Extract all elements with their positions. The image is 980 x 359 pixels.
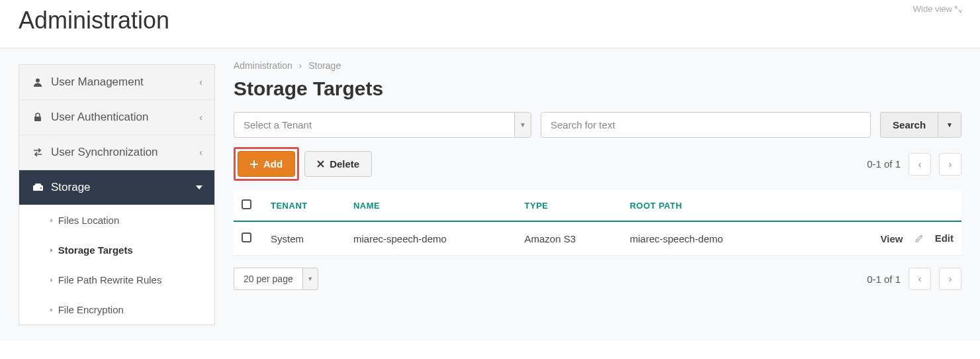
- next-page-button[interactable]: ›: [939, 153, 961, 176]
- add-button-label: Add: [263, 158, 283, 170]
- sidebar-item-user-synchronization[interactable]: User Synchronization ‹: [19, 135, 214, 170]
- next-page-button[interactable]: ›: [939, 268, 961, 290]
- sidebar-item-label: Storage: [51, 181, 91, 194]
- exchange-icon: [31, 148, 44, 156]
- edit-link[interactable]: Edit: [915, 232, 954, 244]
- sidebar-subitem-label: Storage Targets: [58, 244, 133, 256]
- sidebar-subitem-storage-targets[interactable]: ›› Storage Targets: [19, 235, 214, 265]
- table-row[interactable]: System miarec-speech-demo Amazon S3 miar…: [234, 221, 961, 256]
- prev-page-button[interactable]: ‹: [909, 153, 931, 176]
- lock-icon: [31, 113, 44, 122]
- page-title: Administration: [19, 0, 169, 48]
- column-root-path[interactable]: ROOT PATH: [622, 190, 793, 221]
- sidebar-item-label: User Management: [51, 76, 144, 89]
- cell-type: Amazon S3: [517, 221, 622, 256]
- caret-down-icon: ▼: [514, 112, 531, 138]
- search-dropdown-button[interactable]: ▼: [938, 112, 961, 138]
- double-angle-icon: ››: [50, 246, 52, 254]
- chevron-right-icon: ›: [299, 60, 302, 71]
- add-button[interactable]: Add: [238, 151, 295, 177]
- sidebar-item-user-management[interactable]: User Management ‹: [19, 65, 214, 100]
- content-title: Storage Targets: [234, 77, 961, 100]
- search-button[interactable]: Search: [880, 112, 938, 138]
- double-angle-icon: ››: [50, 217, 52, 224]
- close-icon: [317, 160, 324, 168]
- chevron-down-icon: [196, 185, 202, 189]
- sidebar-item-user-authentication[interactable]: User Authentication ‹: [19, 100, 214, 135]
- breadcrumb-leaf[interactable]: Storage: [308, 60, 341, 71]
- chevron-left-icon: ‹: [199, 112, 202, 123]
- sidebar-subitem-file-path-rewrite-rules[interactable]: ›› File Path Rewrite Rules: [19, 265, 214, 295]
- plus-icon: [250, 160, 258, 168]
- chevron-left-icon: ‹: [199, 147, 202, 158]
- breadcrumb-root[interactable]: Administration: [234, 60, 292, 71]
- wide-view-toggle[interactable]: Wide view: [913, 0, 961, 14]
- cell-tenant: System: [263, 221, 345, 256]
- sidebar-item-label: User Synchronization: [51, 146, 158, 159]
- breadcrumb: Administration › Storage: [234, 60, 961, 71]
- svg-rect-1: [34, 117, 41, 121]
- delete-button[interactable]: Delete: [304, 151, 372, 177]
- sidebar-item-label: User Authentication: [51, 111, 148, 124]
- pagination-range: 0-1 of 1: [867, 158, 901, 170]
- sidebar-subitem-files-location[interactable]: ›› Files Location: [19, 205, 214, 235]
- user-icon: [31, 77, 44, 87]
- main-content: Administration › Storage Storage Targets…: [215, 48, 980, 341]
- svg-point-3: [40, 187, 42, 189]
- cell-name: miarec-speech-demo: [345, 221, 517, 256]
- chevron-left-icon: ‹: [199, 77, 202, 87]
- row-checkbox[interactable]: [242, 232, 251, 242]
- sidebar-item-storage[interactable]: Storage: [19, 170, 214, 205]
- wide-view-label: Wide view: [913, 4, 952, 14]
- cell-root-path: miarec-speech-demo: [622, 221, 793, 256]
- expand-icon: [955, 6, 961, 13]
- per-page-value: 20 per page: [234, 268, 302, 290]
- search-input[interactable]: [541, 112, 871, 138]
- view-link[interactable]: View: [871, 233, 903, 244]
- pagination-range: 0-1 of 1: [867, 274, 901, 285]
- sidebar-subitem-label: File Path Rewrite Rules: [58, 274, 162, 285]
- storage-targets-table: TENANT NAME TYPE ROOT PATH System miarec…: [234, 190, 961, 256]
- sidebar: User Management ‹ User Authentication ‹ …: [0, 48, 215, 341]
- sidebar-subitem-label: Files Location: [58, 215, 120, 226]
- column-name[interactable]: NAME: [345, 190, 517, 221]
- double-angle-icon: ››: [50, 306, 52, 313]
- prev-page-button[interactable]: ‹: [909, 268, 931, 290]
- highlight-annotation: Add: [234, 147, 299, 181]
- tenant-select-value: Select a Tenant: [234, 112, 514, 138]
- sidebar-subitem-file-encryption[interactable]: ›› File Encryption: [19, 295, 214, 325]
- per-page-select[interactable]: 20 per page ▼: [234, 268, 318, 290]
- pencil-icon: [915, 234, 923, 242]
- caret-down-icon: ▼: [302, 268, 318, 290]
- caret-down-icon: ▼: [946, 121, 953, 128]
- tenant-select[interactable]: Select a Tenant ▼: [234, 112, 531, 138]
- select-all-checkbox[interactable]: [242, 199, 251, 209]
- column-type[interactable]: TYPE: [517, 190, 622, 221]
- disk-icon: [31, 183, 44, 191]
- column-tenant[interactable]: TENANT: [263, 190, 345, 221]
- svg-point-0: [36, 79, 40, 83]
- delete-button-label: Delete: [330, 158, 359, 170]
- sidebar-subitem-label: File Encryption: [58, 304, 124, 315]
- double-angle-icon: ››: [50, 276, 52, 283]
